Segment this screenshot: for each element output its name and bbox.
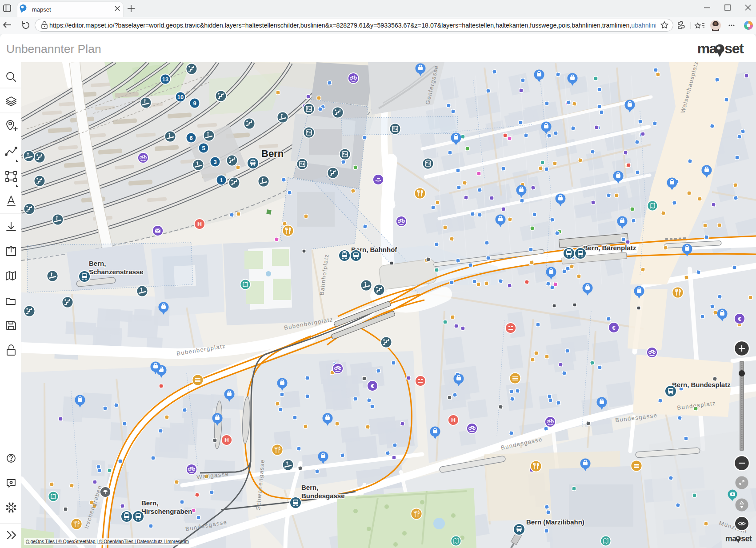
svg-text:set: set <box>724 41 744 56</box>
svg-text:1: 1 <box>220 177 223 184</box>
svg-text:9: 9 <box>193 100 196 107</box>
svg-text:13: 13 <box>162 76 168 83</box>
svg-text:Bundesgasse: Bundesgasse <box>301 492 345 500</box>
svg-text:Bern,: Bern, <box>89 260 106 267</box>
svg-text:Bern (Marzilibahn): Bern (Marzilibahn) <box>526 518 584 526</box>
svg-text:Hirschengraben: Hirschengraben <box>141 508 192 515</box>
svg-text:Bern, Bärenplatz: Bern, Bärenplatz <box>583 244 636 252</box>
svg-text:ma: ma <box>697 41 718 56</box>
svg-text:5: 5 <box>202 145 205 152</box>
svg-text:Bern: Bern <box>261 148 284 159</box>
svg-text:Bern, Bundesplatz: Bern, Bundesplatz <box>672 381 731 388</box>
svg-text:© geOps Tiles | © OpenStreetMa: © geOps Tiles | © OpenStreetMap | © Open… <box>26 539 189 544</box>
svg-text:10: 10 <box>177 94 184 100</box>
svg-text:ma: ma <box>725 534 736 543</box>
svg-text:set: set <box>741 534 752 543</box>
svg-text:mapset: mapset <box>32 6 51 13</box>
svg-text:Schanzenstrasse: Schanzenstrasse <box>89 268 144 276</box>
svg-text:Bern,: Bern, <box>141 499 158 507</box>
svg-text:6: 6 <box>189 135 192 141</box>
svg-text:3: 3 <box>213 159 216 165</box>
svg-text:Bern,: Bern, <box>301 484 318 491</box>
